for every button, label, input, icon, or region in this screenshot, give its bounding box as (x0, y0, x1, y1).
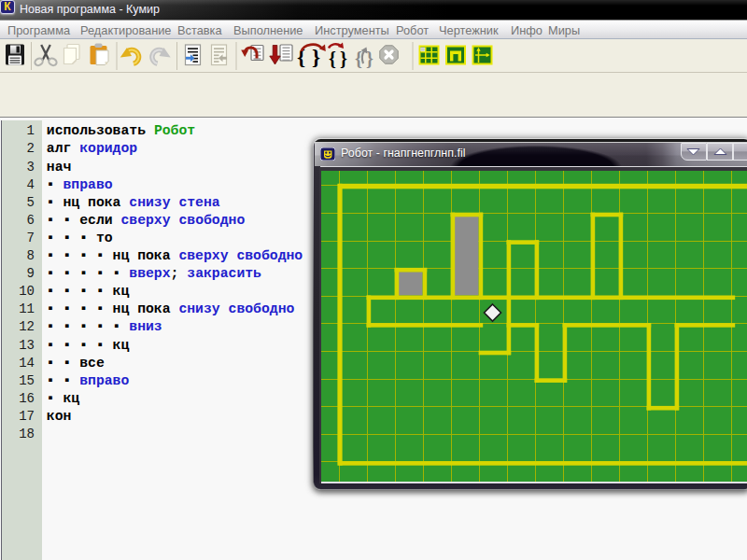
svg-text:}: } (366, 49, 374, 69)
svg-text:}: } (312, 46, 320, 69)
svg-text:{: { (329, 49, 336, 69)
svg-text:}: } (340, 49, 347, 69)
